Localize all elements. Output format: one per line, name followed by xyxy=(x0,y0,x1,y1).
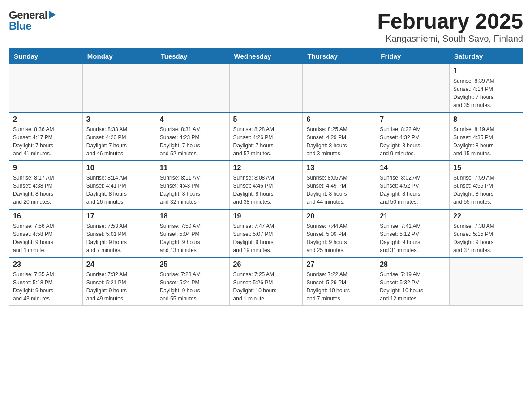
day-info: Sunrise: 7:53 AM Sunset: 5:01 PM Dayligh… xyxy=(86,222,152,254)
day-info: Sunrise: 7:41 AM Sunset: 5:12 PM Dayligh… xyxy=(380,222,446,254)
day-number: 25 xyxy=(160,261,226,269)
day-number: 4 xyxy=(160,116,226,124)
day-number: 3 xyxy=(86,116,152,124)
day-number: 12 xyxy=(233,164,299,172)
day-number: 7 xyxy=(380,116,446,124)
calendar-cell: 28Sunrise: 7:19 AM Sunset: 5:32 PM Dayli… xyxy=(376,257,450,306)
calendar-cell: 1Sunrise: 8:39 AM Sunset: 4:14 PM Daylig… xyxy=(450,64,523,112)
weekday-header-saturday: Saturday xyxy=(450,49,523,64)
day-info: Sunrise: 7:59 AM Sunset: 4:55 PM Dayligh… xyxy=(453,174,519,206)
calendar-cell: 4Sunrise: 8:31 AM Sunset: 4:23 PM Daylig… xyxy=(156,112,229,161)
calendar-cell xyxy=(450,257,523,306)
day-number: 10 xyxy=(86,164,152,172)
day-info: Sunrise: 7:56 AM Sunset: 4:58 PM Dayligh… xyxy=(13,222,79,254)
logo: General Blue xyxy=(9,9,56,32)
calendar-cell: 13Sunrise: 8:05 AM Sunset: 4:49 PM Dayli… xyxy=(303,161,376,209)
day-number: 27 xyxy=(306,261,372,269)
day-number: 19 xyxy=(233,212,299,220)
calendar-cell: 17Sunrise: 7:53 AM Sunset: 5:01 PM Dayli… xyxy=(82,209,156,257)
day-number: 20 xyxy=(306,212,372,220)
calendar-cell: 6Sunrise: 8:25 AM Sunset: 4:29 PM Daylig… xyxy=(303,112,376,161)
day-info: Sunrise: 7:22 AM Sunset: 5:29 PM Dayligh… xyxy=(306,270,372,303)
day-number: 28 xyxy=(380,261,446,269)
calendar-cell: 18Sunrise: 7:50 AM Sunset: 5:04 PM Dayli… xyxy=(156,209,229,257)
day-info: Sunrise: 8:36 AM Sunset: 4:17 PM Dayligh… xyxy=(13,125,79,158)
day-info: Sunrise: 8:02 AM Sunset: 4:52 PM Dayligh… xyxy=(380,174,446,206)
calendar-cell: 7Sunrise: 8:22 AM Sunset: 4:32 PM Daylig… xyxy=(376,112,450,161)
day-info: Sunrise: 8:33 AM Sunset: 4:20 PM Dayligh… xyxy=(86,125,152,158)
day-info: Sunrise: 7:32 AM Sunset: 5:21 PM Dayligh… xyxy=(86,270,152,303)
day-number: 26 xyxy=(233,261,299,269)
day-info: Sunrise: 8:28 AM Sunset: 4:26 PM Dayligh… xyxy=(233,125,299,158)
day-number: 8 xyxy=(453,116,519,124)
calendar-cell: 8Sunrise: 8:19 AM Sunset: 4:35 PM Daylig… xyxy=(450,112,523,161)
day-info: Sunrise: 8:39 AM Sunset: 4:14 PM Dayligh… xyxy=(453,77,519,109)
calendar-cell: 20Sunrise: 7:44 AM Sunset: 5:09 PM Dayli… xyxy=(303,209,376,257)
day-number: 17 xyxy=(86,212,152,220)
weekday-header-tuesday: Tuesday xyxy=(156,49,229,64)
day-info: Sunrise: 7:38 AM Sunset: 5:15 PM Dayligh… xyxy=(453,222,519,254)
day-number: 16 xyxy=(13,212,79,220)
day-number: 14 xyxy=(380,164,446,172)
calendar-subtitle: Kangasniemi, South Savo, Finland xyxy=(377,34,523,44)
weekday-header-thursday: Thursday xyxy=(303,49,376,64)
day-info: Sunrise: 7:28 AM Sunset: 5:24 PM Dayligh… xyxy=(160,270,226,303)
week-row-2: 2Sunrise: 8:36 AM Sunset: 4:17 PM Daylig… xyxy=(9,112,523,161)
weekday-header-monday: Monday xyxy=(82,49,156,64)
logo-triangle-icon xyxy=(49,11,56,19)
day-number: 2 xyxy=(13,116,79,124)
day-number: 24 xyxy=(86,261,152,269)
calendar-cell xyxy=(9,64,83,112)
day-info: Sunrise: 8:25 AM Sunset: 4:29 PM Dayligh… xyxy=(306,125,372,158)
weekday-header-sunday: Sunday xyxy=(9,49,83,64)
calendar-cell: 2Sunrise: 8:36 AM Sunset: 4:17 PM Daylig… xyxy=(9,112,83,161)
day-info: Sunrise: 8:22 AM Sunset: 4:32 PM Dayligh… xyxy=(380,125,446,158)
weekday-header-row: SundayMondayTuesdayWednesdayThursdayFrid… xyxy=(9,49,523,64)
calendar-cell: 22Sunrise: 7:38 AM Sunset: 5:15 PM Dayli… xyxy=(450,209,523,257)
calendar-cell: 21Sunrise: 7:41 AM Sunset: 5:12 PM Dayli… xyxy=(376,209,450,257)
calendar-cell xyxy=(303,64,376,112)
day-info: Sunrise: 8:14 AM Sunset: 4:41 PM Dayligh… xyxy=(86,174,152,206)
calendar-cell: 23Sunrise: 7:35 AM Sunset: 5:18 PM Dayli… xyxy=(9,257,83,306)
day-info: Sunrise: 7:19 AM Sunset: 5:32 PM Dayligh… xyxy=(380,270,446,303)
day-number: 11 xyxy=(160,164,226,172)
day-number: 18 xyxy=(160,212,226,220)
calendar-table: SundayMondayTuesdayWednesdayThursdayFrid… xyxy=(9,48,523,306)
calendar-cell: 16Sunrise: 7:56 AM Sunset: 4:58 PM Dayli… xyxy=(9,209,83,257)
day-info: Sunrise: 8:17 AM Sunset: 4:38 PM Dayligh… xyxy=(13,174,79,206)
title-block: February 2025 Kangasniemi, South Savo, F… xyxy=(377,9,523,44)
calendar-cell: 9Sunrise: 8:17 AM Sunset: 4:38 PM Daylig… xyxy=(9,161,83,209)
day-number: 6 xyxy=(306,116,372,124)
day-info: Sunrise: 7:50 AM Sunset: 5:04 PM Dayligh… xyxy=(160,222,226,254)
day-info: Sunrise: 7:47 AM Sunset: 5:07 PM Dayligh… xyxy=(233,222,299,254)
calendar-cell: 24Sunrise: 7:32 AM Sunset: 5:21 PM Dayli… xyxy=(82,257,156,306)
week-row-5: 23Sunrise: 7:35 AM Sunset: 5:18 PM Dayli… xyxy=(9,257,523,306)
calendar-cell xyxy=(376,64,450,112)
day-info: Sunrise: 8:31 AM Sunset: 4:23 PM Dayligh… xyxy=(160,125,226,158)
day-info: Sunrise: 8:11 AM Sunset: 4:43 PM Dayligh… xyxy=(160,174,226,206)
day-number: 9 xyxy=(13,164,79,172)
day-number: 13 xyxy=(306,164,372,172)
day-number: 22 xyxy=(453,212,519,220)
day-info: Sunrise: 8:19 AM Sunset: 4:35 PM Dayligh… xyxy=(453,125,519,158)
weekday-header-wednesday: Wednesday xyxy=(229,49,303,64)
week-row-3: 9Sunrise: 8:17 AM Sunset: 4:38 PM Daylig… xyxy=(9,161,523,209)
calendar-cell: 11Sunrise: 8:11 AM Sunset: 4:43 PM Dayli… xyxy=(156,161,229,209)
day-info: Sunrise: 7:44 AM Sunset: 5:09 PM Dayligh… xyxy=(306,222,372,254)
calendar-cell xyxy=(156,64,229,112)
day-number: 23 xyxy=(13,261,79,269)
calendar-cell: 3Sunrise: 8:33 AM Sunset: 4:20 PM Daylig… xyxy=(82,112,156,161)
calendar-cell: 27Sunrise: 7:22 AM Sunset: 5:29 PM Dayli… xyxy=(303,257,376,306)
day-number: 1 xyxy=(453,67,519,75)
calendar-cell: 19Sunrise: 7:47 AM Sunset: 5:07 PM Dayli… xyxy=(229,209,303,257)
calendar-cell: 5Sunrise: 8:28 AM Sunset: 4:26 PM Daylig… xyxy=(229,112,303,161)
calendar-cell: 26Sunrise: 7:25 AM Sunset: 5:26 PM Dayli… xyxy=(229,257,303,306)
day-info: Sunrise: 8:08 AM Sunset: 4:46 PM Dayligh… xyxy=(233,174,299,206)
day-number: 21 xyxy=(380,212,446,220)
calendar-cell: 14Sunrise: 8:02 AM Sunset: 4:52 PM Dayli… xyxy=(376,161,450,209)
weekday-header-friday: Friday xyxy=(376,49,450,64)
week-row-4: 16Sunrise: 7:56 AM Sunset: 4:58 PM Dayli… xyxy=(9,209,523,257)
day-info: Sunrise: 7:25 AM Sunset: 5:26 PM Dayligh… xyxy=(233,270,299,303)
calendar-cell: 12Sunrise: 8:08 AM Sunset: 4:46 PM Dayli… xyxy=(229,161,303,209)
calendar-cell: 25Sunrise: 7:28 AM Sunset: 5:24 PM Dayli… xyxy=(156,257,229,306)
